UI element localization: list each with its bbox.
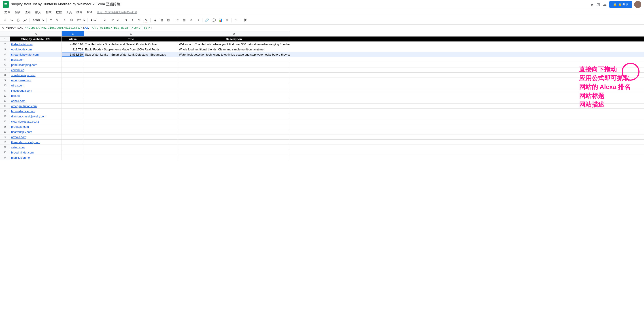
menu-addons[interactable]: 插件: [75, 10, 84, 15]
avatar[interactable]: [634, 1, 641, 8]
functions-button[interactable]: Σ: [233, 17, 239, 23]
cell-alexa-18[interactable]: [62, 124, 84, 129]
cell-url-2[interactable]: theherbalist.com: [10, 42, 62, 47]
paint-format-button[interactable]: 🖌: [22, 17, 28, 23]
menu-data[interactable]: 数据: [54, 10, 64, 15]
undo-button[interactable]: ↩: [2, 17, 8, 23]
menu-insert[interactable]: 插入: [34, 10, 43, 15]
cell-url-19[interactable]: usartsupply.com: [10, 129, 62, 134]
menu-tools[interactable]: 工具: [64, 10, 74, 15]
cell-url-3[interactable]: equipfoods.com: [10, 47, 62, 52]
rotate-button[interactable]: ↺: [194, 17, 201, 23]
cell-url-18[interactable]: proeagle.com: [10, 124, 62, 129]
cell-alexa-7[interactable]: [62, 67, 84, 72]
input-tools-button[interactable]: 拼: [242, 17, 248, 23]
cell-alexa-21[interactable]: [62, 140, 84, 144]
cell-alexa-16[interactable]: [62, 114, 84, 119]
cell-url-10[interactable]: wi-ex.com: [10, 83, 62, 88]
folder-icon[interactable]: ⊡: [596, 2, 600, 7]
currency-button[interactable]: ¥: [48, 17, 54, 23]
svg-rect-1: [4, 3, 7, 4]
cell-url-17[interactable]: clearviewestate.co.nz: [10, 119, 62, 124]
decimal-fixed[interactable]: .00: [68, 17, 74, 23]
cell-url-7[interactable]: corvink.co: [10, 67, 62, 72]
menu-file[interactable]: 文件: [3, 10, 12, 15]
cell-url-23[interactable]: broodminder.com: [10, 150, 62, 155]
cell-alexa-3[interactable]: 812,769: [62, 47, 84, 52]
cell-url-9[interactable]: mongoose.com: [10, 78, 62, 83]
cell-url-12[interactable]: rice.dk: [10, 93, 62, 98]
cell-url-24[interactable]: manillusion.no: [10, 155, 62, 160]
fill-color-button[interactable]: ◈: [152, 17, 158, 23]
cell-url-4[interactable]: streamlabswater.com: [10, 52, 62, 57]
cell-url-21[interactable]: themodernsociety.com: [10, 140, 62, 144]
text-color-button[interactable]: A: [143, 17, 149, 23]
percent-button[interactable]: %: [54, 17, 61, 23]
merge-button[interactable]: ⊟: [165, 17, 172, 23]
cloud-icon[interactable]: ☁: [602, 2, 607, 7]
cell-alexa-15[interactable]: [62, 109, 84, 114]
cell-url-14[interactable]: omeganutrition.com: [10, 103, 62, 108]
cell-url-16[interactable]: diamondclassicjewelry.com: [10, 114, 62, 119]
grid-scroll[interactable]: 1 Shopify Website URL Alexa Title Descri…: [0, 37, 644, 320]
cell-alexa-14[interactable]: [62, 103, 84, 108]
cell-url-15[interactable]: bruunsbazaar.com: [10, 109, 62, 114]
col-header-a[interactable]: A: [10, 31, 62, 36]
italic-button[interactable]: I: [129, 17, 136, 23]
halign-button[interactable]: ≡: [174, 17, 181, 23]
zoom-select[interactable]: 100%: [31, 18, 45, 23]
menu-help[interactable]: 帮助: [85, 10, 94, 15]
redo-button[interactable]: ↪: [8, 17, 15, 23]
filter-button[interactable]: ▽: [224, 17, 230, 23]
bold-button[interactable]: B: [122, 17, 129, 23]
cell-url-22[interactable]: sated.com: [10, 145, 62, 150]
menu-view[interactable]: 查看: [23, 10, 33, 15]
cell-url-13[interactable]: abhair.com: [10, 98, 62, 103]
valign-button[interactable]: ⊞: [181, 17, 188, 23]
cell-alexa-24[interactable]: [62, 155, 84, 160]
insert-comment-button[interactable]: 💬: [210, 17, 217, 23]
cell-url-8[interactable]: sunshinevape.com: [10, 73, 62, 78]
col-header-d[interactable]: D: [178, 31, 290, 36]
cell-alexa-23[interactable]: [62, 150, 84, 155]
cell-alexa-5[interactable]: [62, 57, 84, 62]
cell-alexa-20[interactable]: [62, 134, 84, 139]
cell-alexa-22[interactable]: [62, 145, 84, 150]
cell-alexa-8[interactable]: [62, 73, 84, 78]
strikethrough-button[interactable]: S: [136, 17, 142, 23]
font-select[interactable]: Arial: [89, 18, 107, 23]
col-header-b[interactable]: B: [62, 31, 84, 36]
cell-alexa-4[interactable]: 1,853,850: [62, 52, 84, 57]
insert-chart-button[interactable]: 📊: [217, 17, 224, 23]
zoom-selector[interactable]: 100%: [31, 18, 45, 23]
print-button[interactable]: ⎙: [15, 17, 22, 23]
insert-link-button[interactable]: 🔗: [204, 17, 210, 23]
cell-alexa-2[interactable]: 4,494,110: [62, 42, 84, 47]
data-rows: 2theherbalist.com4,494,110The Herbalist …: [0, 42, 644, 160]
fontsize-select[interactable]: 11: [110, 18, 120, 23]
cell-url-20[interactable]: armaid.com: [10, 134, 62, 139]
col-header-c[interactable]: C: [84, 31, 178, 36]
cell-alexa-13[interactable]: [62, 98, 84, 103]
cell-alexa-12[interactable]: [62, 93, 84, 98]
cell-alexa-17[interactable]: [62, 119, 84, 124]
row-num-16: 16: [0, 114, 10, 119]
last-edit[interactable]: 最近一次编辑是在几秒钟前执行的: [97, 11, 137, 14]
cell-alexa-19[interactable]: [62, 129, 84, 134]
cell-alexa-11[interactable]: [62, 88, 84, 93]
wrap-button[interactable]: ↵: [188, 17, 194, 23]
menu-format[interactable]: 格式: [44, 10, 53, 15]
cell-url-11[interactable]: littlegoodall.com: [10, 88, 62, 93]
borders-button[interactable]: ⊞: [158, 17, 165, 23]
cell-url-5[interactable]: rsvlts.com: [10, 57, 62, 62]
menu-edit[interactable]: 编辑: [13, 10, 22, 15]
cell-alexa-6[interactable]: [62, 62, 84, 67]
decimal-decrease[interactable]: .0: [61, 17, 68, 23]
cell-url-6[interactable]: primuscamping.com: [10, 62, 62, 67]
format-select[interactable]: 123 ▾: [75, 18, 86, 23]
share-button[interactable]: 🔒 🔒 共享: [609, 1, 632, 8]
table-row: 2theherbalist.com4,494,110The Herbalist …: [0, 42, 644, 47]
star-icon[interactable]: ★: [590, 2, 594, 7]
cell-alexa-10[interactable]: [62, 83, 84, 88]
cell-alexa-9[interactable]: [62, 78, 84, 83]
